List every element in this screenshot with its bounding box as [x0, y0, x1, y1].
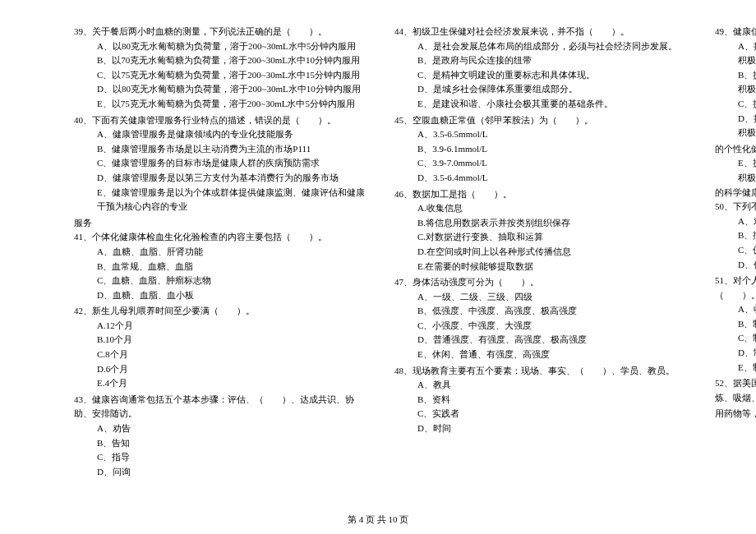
question-41: 41、个体化健康体检血生化化验检查的内容主要包括（ ）。 A、血糖、血脂、肝肾功… [74, 230, 370, 302]
option: A、一级、二级、三级、四级 [417, 290, 690, 305]
option: D、普通强度、有强度、高强度、极高强度 [417, 333, 690, 348]
option: D、以80克无水葡萄糖为负荷量，溶于200~30mL水中10分钟内服用 [97, 82, 370, 97]
option: C.8个月 [97, 348, 370, 362]
question-text: 45、空腹血糖正常值（邻甲苯胺法）为（ ）。 [394, 113, 690, 128]
continuation: 服务 [74, 216, 370, 231]
option: B、血常规、血糖、血脂 [97, 260, 370, 274]
option: B.10个月 [97, 333, 370, 348]
option: B、健康管理服务市场是以主动消费为主流的市场P111 [97, 142, 370, 157]
option: A、劝告 [97, 421, 370, 436]
option: A、健康管理服务是健康领域内的专业化技能服务 [97, 127, 370, 142]
question-text: 50、下列不属于胃液中盐酸的作用的是（ ）。 [715, 200, 756, 214]
question-text: 47、身体活动强度可分为（ ）。 [394, 275, 690, 290]
option: C、小强度、中强度、大强度 [417, 319, 690, 334]
option: B.将信息用数据表示并按类别组织保存 [417, 216, 690, 231]
option: C、实践者 [417, 407, 690, 421]
option: C、是精神文明建设的重要标志和具体体现。 [417, 68, 690, 83]
option: D、提供有普遍性的群体化健康信息来调动群体消灭本身健康风险的积极性，提供有针对性 [738, 112, 756, 140]
question-50: 50、下列不属于胃液中盐酸的作用的是（ ）。 A、对胃和十二指肠黏膜有保护作用 … [715, 200, 756, 272]
question-45: 45、空腹血糖正常值（邻甲苯胺法）为（ ）。 A、3.5-6.5mmol/L B… [394, 113, 690, 186]
option: A.12个月 [97, 319, 370, 334]
option: B、制定干预计划 [738, 317, 756, 332]
question-text: 40、下面有关健康管理服务行业特点的描述，错误的是（ ）。 [74, 113, 370, 128]
option: B、告知 [97, 436, 370, 451]
option: A、教具 [417, 378, 690, 393]
option: C.对数据进行变换、抽取和运算 [417, 230, 690, 245]
question-46: 46、数据加工是指（ ）。 A.收集信息 B.将信息用数据表示并按类别组织保存 … [394, 187, 690, 274]
option: A、3.5-6.5mmol/L [417, 127, 690, 142]
option: A、血糖、血脂、肝肾功能 [97, 245, 370, 260]
option: A、对胃和十二指肠黏膜有保护作用 [738, 214, 756, 229]
question-42: 42、新生儿母乳喂养时间至少要满（ ）。 A.12个月 B.10个月 C.8个月… [74, 304, 370, 391]
option: D、健康管理服务是以第三方支付为基本消费行为的服务市场 [97, 171, 370, 186]
option: D.在空间或时间上以各种形式传播信息 [417, 245, 690, 260]
question-text: 46、数据加工是指（ ）。 [394, 187, 690, 202]
option: E、提供有针对性的个性化健康信息来调动个体降低本身健康风险的积极性，提供有针对性 [738, 156, 756, 185]
question-text: 43、健康咨询通常包括五个基本步骤：评估、（ ）、达成共识、协助、安排随访。 [74, 393, 370, 421]
option: D、血糖、血脂、血小板 [97, 288, 370, 303]
option: C、3.9-7.0mmol/L [417, 156, 690, 171]
question-text: 39、关于餐后两小时血糖的测量，下列说法正确的是（ ）。 [74, 25, 370, 39]
option: D.6个月 [97, 362, 370, 377]
option: C、提供有针对性的科学健康信息来帮助群体降低本身的健康风险 [738, 97, 756, 112]
option: D、促进小肠对铁、钙的吸收 [738, 258, 756, 273]
question-text: 44、初级卫生保健对社会经济发展来说，并不指（ ）。 [394, 25, 690, 39]
option: C、血糖、血脂、肿瘤标志物 [97, 274, 370, 288]
option: D、是城乡社会保障体系重要组成部分。 [417, 82, 690, 97]
option: A、提供有普遍性的群体化健康信息来调动群体消灭本身健康风险的积极性 [738, 39, 756, 68]
question-43: 43、健康咨询通常包括五个基本步骤：评估、（ ）、达成共识、协助、安排随访。 A… [74, 393, 370, 480]
question-40: 40、下面有关健康管理服务行业特点的描述，错误的是（ ）。 A、健康管理服务是健… [74, 113, 370, 214]
question-51: 51、对个人的吸烟、饮食、体力活动、血压等信息进行收集，目的在于（ ）。 A、收… [715, 274, 756, 375]
option: B、提供有针对性的个性化健康信息来调动个体降低本身健康风险的积极性 [738, 68, 756, 97]
option: C、指导 [97, 450, 370, 465]
question-text: 41、个体化健康体检血生化化验检查的内容主要包括（ ）。 [74, 230, 370, 245]
option: E、制定激励计划 [738, 361, 756, 375]
option: D、3.5-6.4mmol/L [417, 171, 690, 186]
option: E、是建设和谐、小康社会极其重要的基础条件。 [417, 97, 690, 112]
option: D、制定随访计划 [738, 346, 756, 361]
option: E、以75克无水葡萄糖为负荷量，溶于200~30mL水中5分钟内服用 [97, 97, 370, 112]
option: B、资料 [417, 393, 690, 407]
question-text: 48、现场教育主要有五个要素：现场、事实、（ ）、学员、教员。 [394, 364, 690, 379]
option: A.收集信息 [417, 201, 690, 216]
option: B、抑制和杀死食物中的细菌 [738, 228, 756, 243]
question-39: 39、关于餐后两小时血糖的测量，下列说法正确的是（ ）。 A、以80克无水葡萄糖… [74, 25, 370, 112]
question-47: 47、身体活动强度可分为（ ）。 A、一级、二级、三级、四级 B、低强度、中强度… [394, 275, 690, 362]
continuation: 的科学健康信息来帮助群体降低本身的健康风险 [715, 186, 756, 200]
question-text: 49、健康信息收集，健康风险评估旨在（ ） [715, 25, 756, 39]
question-text: 51、对个人的吸烟、饮食、体力活动、血压等信息进行收集，目的在于（ ）。 [715, 274, 756, 302]
option: E.在需要的时候能够提取数据 [417, 260, 690, 274]
question-44: 44、初级卫生保健对社会经济发展来说，并不指（ ）。 A、是社会发展总体布局的组… [394, 25, 690, 112]
option: A、收集个体信息 [738, 302, 756, 317]
continuation: 用药物等，就能减少（ ）的早死，（ ）的急性残疾。 [715, 407, 756, 421]
option: D、时间 [417, 421, 690, 436]
option: D、问询 [97, 465, 370, 480]
document-content: 39、关于餐后两小时血糖的测量，下列说法正确的是（ ）。 A、以80克无水葡萄糖… [74, 25, 690, 501]
option: A、以80克无水葡萄糖为负荷量，溶于200~30mL水中5分钟内服用 [97, 39, 370, 54]
question-text: 52、据美国调查，只要有效控制行为危险因素：不合理饮食、缺乏体育锻炼、吸烟、酗酒… [715, 376, 756, 405]
option: B、是政府与民众连接的纽带 [417, 53, 690, 68]
option: C、健康管理服务的目标市场是健康人群的疾病预防需求 [97, 156, 370, 171]
option: C、制定评价计划 [738, 331, 756, 346]
option: E.4个月 [97, 376, 370, 391]
question-52: 52、据美国调查，只要有效控制行为危险因素：不合理饮食、缺乏体育锻炼、吸烟、酗酒… [715, 376, 756, 405]
option: A、是社会发展总体布局的组成部分，必须与社会经济同步发展。 [417, 39, 690, 54]
question-text: 42、新生儿母乳喂养时间至少要满（ ）。 [74, 304, 370, 319]
continuation: 的个性化健康信息来调动个体降低本身健康风险的积极性 [715, 142, 756, 157]
question-48: 48、现场教育主要有五个要素：现场、事实、（ ）、学员、教员。 A、教具 B、资… [394, 364, 690, 436]
page-footer: 第 4 页 共 10 页 [0, 513, 756, 527]
option: C、以75克无水葡萄糖为负荷量，溶于200~30mL水中15分钟内服用 [97, 68, 370, 83]
option: E、休闲、普通、有强度、高强度 [417, 348, 690, 362]
option: B、低强度、中强度、高强度、极高强度 [417, 304, 690, 319]
option: E、健康管理服务是以为个体或群体提供健康监测、健康评估和健康干预为核心内容的专业 [97, 186, 370, 214]
option: C、促进胰液、胆汁、小肠液的分泌 [738, 243, 756, 258]
option: B、3.9-6.1mmol/L [417, 142, 690, 157]
option: B、以70克无水葡萄糖为负荷量，溶于200~30mL水中10分钟内服用 [97, 53, 370, 68]
question-49: 49、健康信息收集，健康风险评估旨在（ ） A、提供有普遍性的群体化健康信息来调… [715, 25, 756, 140]
